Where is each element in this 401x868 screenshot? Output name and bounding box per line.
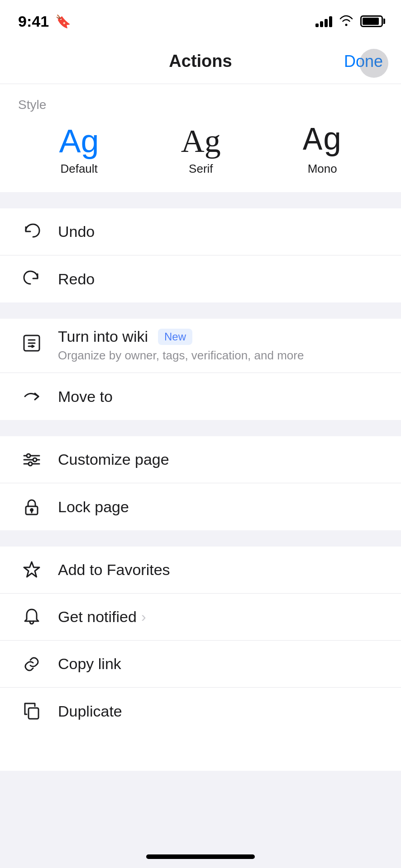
copy-link-menu-item[interactable]: Copy link [0, 641, 401, 688]
style-option-serif[interactable]: Ag Serif [181, 125, 221, 176]
battery-icon [360, 15, 383, 27]
undo-icon [18, 218, 45, 245]
undo-menu-item[interactable]: Undo [0, 208, 401, 255]
lock-page-menu-item[interactable]: Lock page [0, 483, 401, 530]
lock-icon [18, 493, 45, 520]
svg-point-4 [27, 454, 30, 458]
turn-into-wiki-label: Turn into wiki [58, 328, 148, 345]
bell-icon [18, 604, 45, 631]
svg-point-6 [29, 462, 32, 466]
wiki-move-section: Turn into wiki New Organize by owner, ta… [0, 319, 401, 420]
wiki-icon [18, 330, 45, 357]
get-notified-menu-item[interactable]: Get notified › [0, 594, 401, 641]
done-button-overlay [359, 49, 388, 78]
style-ag-default: Ag [59, 125, 99, 157]
svg-marker-10 [24, 562, 39, 577]
customize-page-menu-item[interactable]: Customize page [0, 436, 401, 483]
style-option-default[interactable]: Ag Default [59, 125, 99, 176]
duplicate-label: Duplicate [58, 703, 122, 720]
bookmark-icon: 🔖 [55, 14, 71, 29]
customize-icon [18, 446, 45, 473]
get-notified-label: Get notified [58, 608, 137, 626]
separator-2 [0, 302, 401, 319]
move-to-menu-item[interactable]: Move to [0, 373, 401, 420]
style-option-mono[interactable]: Ag Mono [303, 125, 342, 176]
chevron-right-icon: › [141, 609, 146, 625]
turn-into-wiki-menu-item[interactable]: Turn into wiki New Organize by owner, ta… [0, 319, 401, 373]
customize-lock-section: Customize page Lock page [0, 436, 401, 530]
lock-page-label: Lock page [58, 498, 129, 516]
style-ag-mono: Ag [303, 125, 342, 157]
add-to-favorites-label: Add to Favorites [58, 561, 170, 579]
style-section: Style Ag Default Ag Serif Ag Mono [0, 84, 401, 192]
link-icon [18, 651, 45, 678]
separator-3 [0, 420, 401, 436]
status-time: 9:41 [18, 13, 49, 30]
customize-page-label: Customize page [58, 451, 169, 468]
home-indicator [146, 854, 255, 859]
add-to-favorites-menu-item[interactable]: Add to Favorites [0, 547, 401, 594]
signal-icon [315, 15, 332, 27]
bottom-spacer [0, 735, 401, 771]
style-name-serif: Serif [189, 162, 213, 176]
undo-label: Undo [58, 223, 95, 241]
move-to-label: Move to [58, 388, 113, 406]
favorites-section: Add to Favorites Get notified › Copy lin… [0, 547, 401, 735]
status-bar: 9:41 🔖 [0, 0, 401, 42]
separator-1 [0, 192, 401, 208]
svg-point-5 [33, 458, 37, 462]
move-icon [18, 383, 45, 410]
duplicate-menu-item[interactable]: Duplicate [0, 688, 401, 735]
header: Actions Done [0, 42, 401, 84]
style-name-mono: Mono [308, 162, 337, 176]
copy-link-label: Copy link [58, 655, 121, 673]
style-options: Ag Default Ag Serif Ag Mono [18, 125, 383, 176]
wiki-text: Turn into wiki New Organize by owner, ta… [58, 328, 383, 363]
separator-4 [0, 530, 401, 547]
turn-into-wiki-subtitle: Organize by owner, tags, verification, a… [58, 347, 383, 363]
wifi-icon [339, 14, 354, 28]
new-badge: New [158, 329, 192, 345]
undo-redo-section: Undo Redo [0, 208, 401, 302]
duplicate-icon [18, 698, 45, 725]
style-ag-serif: Ag [181, 125, 221, 157]
style-section-label: Style [18, 98, 383, 112]
status-icons [315, 14, 383, 28]
redo-menu-item[interactable]: Redo [0, 255, 401, 302]
svg-rect-11 [29, 708, 38, 719]
redo-label: Redo [58, 270, 95, 288]
redo-icon [18, 265, 45, 292]
star-icon [18, 557, 45, 584]
page-title: Actions [169, 52, 232, 71]
style-name-default: Default [60, 162, 97, 176]
